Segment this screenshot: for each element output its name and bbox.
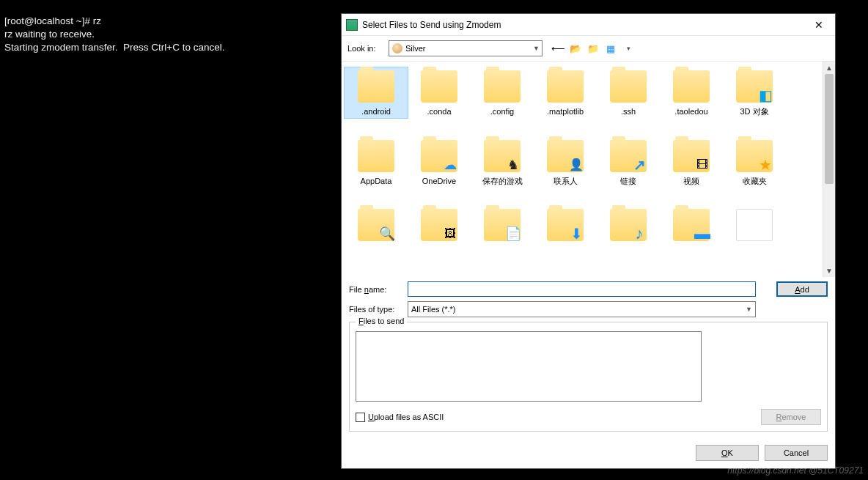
- nav-icons: [551, 42, 635, 55]
- file-item[interactable]: 收藏夹: [723, 137, 786, 188]
- folder-icon: [673, 209, 710, 241]
- close-button[interactable]: ✕: [802, 14, 835, 36]
- folder-icon: [736, 70, 773, 103]
- folder-icon: [484, 140, 521, 172]
- note-overlay-icon: [630, 225, 648, 243]
- file-item-label: AppData: [346, 177, 406, 186]
- 3d-overlay-icon: [757, 86, 774, 104]
- file-item[interactable]: .matplotlib: [534, 67, 597, 118]
- ok-button[interactable]: OK: [696, 445, 759, 461]
- chess-overlay-icon: [504, 156, 522, 174]
- cancel-button[interactable]: Cancel: [765, 445, 828, 461]
- file-item[interactable]: 联系人: [534, 137, 597, 188]
- folder-icon: [358, 70, 394, 103]
- scroll-up-icon[interactable]: ▲: [823, 62, 835, 74]
- dialog-buttons: OK Cancel: [342, 439, 835, 468]
- upload-ascii-checkbox[interactable]: Upload files as ASCII: [356, 413, 444, 422]
- file-item[interactable]: .android: [345, 67, 408, 118]
- file-grid[interactable]: .android.conda.config.matplotlib.ssh.tao…: [342, 62, 823, 277]
- file-item[interactable]: [723, 206, 786, 247]
- file-item-label: .config: [472, 107, 532, 117]
- up-folder-icon[interactable]: [569, 42, 582, 55]
- file-item[interactable]: .config: [471, 67, 534, 118]
- folder-icon: [547, 140, 584, 172]
- file-item[interactable]: 保存的游戏: [471, 137, 534, 188]
- lookin-value: Silver: [405, 44, 426, 53]
- term-line-2: Starting zmodem transfer. Press Ctrl+C t…: [4, 42, 225, 53]
- file-item[interactable]: [408, 206, 471, 247]
- filetype-select[interactable]: All Files (*.*) ▼: [408, 301, 756, 317]
- file-item-label: .taoledou: [661, 107, 721, 117]
- folder-icon: [673, 70, 710, 103]
- titlebar: Select Files to Send using Zmodem ✕: [342, 14, 835, 36]
- close-icon: ✕: [814, 19, 823, 31]
- file-browser: .android.conda.config.matplotlib.ssh.tao…: [342, 62, 835, 277]
- files-to-send-list[interactable]: [356, 331, 702, 402]
- new-folder-icon[interactable]: [586, 42, 600, 55]
- upload-ascii-label: Upload files as ASCII: [368, 413, 444, 421]
- toolbar: Look in: Silver ▼: [342, 36, 835, 62]
- scroll-thumb[interactable]: [825, 74, 834, 184]
- file-item[interactable]: OneDrive: [408, 137, 471, 188]
- checkbox-icon: [356, 413, 365, 422]
- film-overlay-icon: [694, 156, 711, 174]
- file-item-label: .matplotlib: [535, 107, 595, 117]
- file-item-label: 链接: [598, 177, 658, 186]
- star-overlay-icon: [757, 156, 774, 174]
- file-item-label: .ssh: [598, 107, 658, 117]
- doc-overlay-icon: [504, 225, 522, 243]
- file-item-label: OneDrive: [409, 177, 469, 186]
- scroll-down-icon[interactable]: ▼: [823, 265, 835, 277]
- terminal[interactable]: [root@localhost ~]# rz rz waiting to rec…: [0, 0, 341, 480]
- file-item[interactable]: .ssh: [597, 67, 660, 118]
- file-item-label: 保存的游戏: [472, 177, 532, 186]
- file-item-label: .conda: [409, 107, 469, 117]
- file-item[interactable]: AppData: [345, 137, 408, 188]
- folder-icon: [421, 140, 457, 172]
- file-item[interactable]: [660, 206, 723, 247]
- app-icon: [346, 19, 358, 31]
- filetype-value: All Files (*.*): [411, 305, 456, 314]
- lens-overlay-icon: [378, 225, 396, 243]
- file-item[interactable]: [534, 206, 597, 247]
- add-button[interactable]: Add: [776, 281, 828, 297]
- remove-button: Remove: [761, 409, 821, 425]
- user-folder-icon: [392, 43, 402, 53]
- person-overlay-icon: [567, 156, 585, 174]
- dialog-title: Select Files to Send using Zmodem: [362, 20, 802, 30]
- folder-icon: [610, 70, 647, 103]
- back-icon[interactable]: [551, 42, 564, 55]
- file-item[interactable]: [597, 206, 660, 247]
- folder-icon: [547, 70, 584, 103]
- folder-icon: [673, 140, 710, 172]
- filetype-label: Files of type:: [349, 305, 402, 314]
- file-item[interactable]: .conda: [408, 67, 471, 118]
- vertical-scrollbar[interactable]: ▲ ▼: [823, 62, 835, 277]
- file-item[interactable]: [345, 206, 408, 247]
- zmodem-dialog: Select Files to Send using Zmodem ✕ Look…: [341, 13, 836, 469]
- file-item-label: 视频: [661, 177, 721, 186]
- filename-label: File name:: [349, 285, 402, 294]
- file-item[interactable]: .taoledou: [660, 67, 723, 118]
- file-item[interactable]: 3D 对象: [723, 67, 786, 118]
- folder-icon: [484, 70, 521, 103]
- file-item[interactable]: 视频: [660, 137, 723, 188]
- view-menu-chevron-icon[interactable]: [622, 42, 635, 55]
- folder-icon: [358, 209, 394, 241]
- file-item[interactable]: 链接: [597, 137, 660, 188]
- files-to-send-legend: Files to send: [356, 317, 407, 325]
- file-item[interactable]: [471, 206, 534, 247]
- files-to-send-group: Files to send Upload files as ASCII Remo…: [349, 322, 828, 432]
- down-overlay-icon: [567, 225, 585, 243]
- form-area: File name: Add Files of type: All Files …: [342, 277, 835, 439]
- folder-icon: [421, 209, 457, 241]
- lookin-select[interactable]: Silver ▼: [389, 40, 542, 56]
- folder-icon: [610, 140, 647, 172]
- view-mode-icon[interactable]: [604, 42, 617, 55]
- desk-overlay-icon: [694, 225, 711, 243]
- lookin-label: Look in:: [347, 44, 384, 53]
- linkar-overlay-icon: [630, 156, 648, 174]
- filename-input[interactable]: [408, 281, 756, 297]
- scroll-track[interactable]: [823, 74, 835, 265]
- folder-icon: [547, 209, 584, 241]
